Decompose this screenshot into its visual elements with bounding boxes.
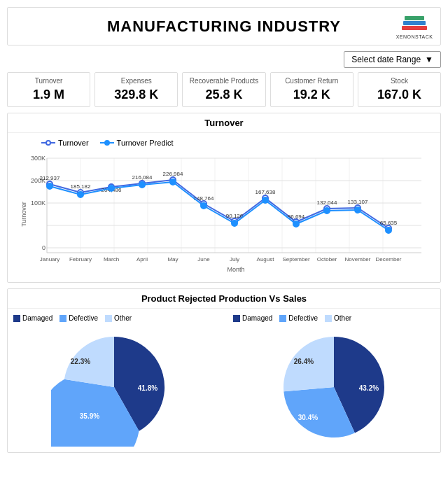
svg-text:November: November (345, 256, 371, 262)
svg-text:35.9%: 35.9% (80, 412, 99, 420)
kpi-recoverable-value: 25.8 K (188, 88, 259, 102)
page-title: MANUFACTURING INDUSTRY (51, 18, 397, 36)
chart-legend: Turnover Turnover Predict (13, 139, 435, 147)
logo: XENONSTACK (397, 13, 432, 39)
svg-text:41.8%: 41.8% (138, 384, 158, 392)
date-range-label: Select date Range (351, 55, 421, 64)
kpi-customer-return-value: 19.2 K (276, 88, 347, 102)
svg-rect-0 (402, 26, 427, 30)
svg-text:43.2%: 43.2% (359, 384, 379, 392)
kpi-customer-return: Customer Return 19.2 K (270, 72, 354, 107)
kpi-stock-label: Stock (364, 77, 435, 85)
svg-text:September: September (282, 256, 309, 262)
svg-point-54 (108, 186, 114, 191)
svg-point-59 (262, 197, 268, 203)
pie-right-section: Damaged Defective Other (227, 309, 440, 452)
svg-text:133,107: 133,107 (348, 199, 368, 205)
svg-text:March: March (104, 256, 119, 262)
svg-text:65,635: 65,635 (380, 220, 398, 226)
xenonstack-logo-icon (400, 13, 428, 33)
turnover-panel-title: Turnover (8, 113, 440, 133)
svg-text:0: 0 (42, 244, 46, 251)
svg-text:26.4%: 26.4% (294, 358, 314, 365)
svg-text:226,984: 226,984 (163, 171, 183, 177)
svg-point-6 (105, 141, 109, 145)
svg-rect-2 (405, 16, 424, 20)
pie-left-damaged-label: Damaged (22, 314, 52, 322)
pie-left-legend: Damaged Defective Other (13, 314, 215, 322)
svg-text:132,044: 132,044 (317, 200, 337, 206)
pie-left-legend-defective: Defective (59, 314, 98, 322)
logo-text: XENONSTACK (396, 34, 433, 39)
kpi-turnover: Turnover 1.9 M (7, 72, 90, 107)
svg-point-57 (201, 203, 206, 209)
rejected-panel: Product Rejected Production Vs Sales Dam… (7, 288, 441, 453)
legend-turnover: Turnover (41, 139, 89, 147)
svg-point-62 (355, 207, 360, 213)
pie-left-legend-other: Other (105, 314, 132, 322)
legend-turnover-label: Turnover (58, 139, 89, 147)
pie-right-legend-defective: Defective (279, 314, 318, 322)
svg-text:February: February (69, 256, 92, 262)
kpi-recoverable-label: Recoverable Products (188, 77, 259, 85)
pie-left-svg: 41.8% 35.9% 22.3% (51, 328, 177, 447)
svg-point-52 (47, 183, 52, 189)
rejected-panel-title: Product Rejected Production Vs Sales (8, 289, 440, 309)
legend-predict-label: Turnover Predict (117, 139, 174, 147)
pie-right-svg: 43.2% 30.4% 26.4% (271, 328, 397, 447)
svg-point-53 (78, 192, 83, 197)
legend-predict: Turnover Predict (100, 139, 174, 147)
svg-text:May: May (167, 256, 178, 262)
svg-text:300K: 300K (31, 155, 46, 162)
svg-point-4 (46, 141, 50, 145)
svg-text:185,182: 185,182 (71, 183, 91, 190)
date-range-button[interactable]: Select date Range ▼ (344, 51, 441, 68)
kpi-stock-value: 167.0 K (364, 88, 435, 102)
legend-predict-icon (100, 139, 114, 146)
svg-text:167,638: 167,638 (255, 189, 276, 195)
kpi-stock: Stock 167.0 K (358, 72, 441, 107)
date-range-arrow: ▼ (425, 55, 433, 64)
date-range-row: Select date Range ▼ (7, 51, 441, 68)
kpi-recoverable: Recoverable Products 25.8 K (182, 72, 265, 107)
kpi-expenses: Expenses 329.8 K (94, 72, 178, 107)
legend-turnover-icon (41, 139, 55, 146)
pie-left-other-label: Other (114, 314, 132, 322)
pie-right-defective-label: Defective (288, 314, 318, 322)
pie-right-chart: 43.2% 30.4% 26.4% (233, 328, 435, 447)
pie-left-section: Damaged Defective Other (8, 309, 220, 452)
svg-point-63 (386, 227, 391, 233)
kpi-turnover-label: Turnover (13, 77, 84, 85)
svg-point-60 (293, 221, 299, 227)
svg-text:30.4%: 30.4% (298, 414, 318, 421)
svg-text:100K: 100K (31, 200, 46, 206)
pie-right-legend: Damaged Defective Other (233, 314, 435, 322)
kpi-expenses-value: 329.8 K (101, 88, 172, 102)
svg-point-55 (139, 182, 145, 188)
defective-color-box (59, 315, 66, 322)
svg-text:212,937: 212,937 (40, 175, 60, 181)
svg-rect-1 (403, 21, 426, 25)
pie-right-other-label: Other (334, 314, 351, 322)
pie-right-damaged-label: Damaged (242, 314, 272, 322)
svg-text:22.3%: 22.3% (71, 358, 90, 365)
right-other-color-box (325, 315, 332, 322)
kpi-expenses-label: Expenses (101, 77, 172, 85)
pie-left-chart: 41.8% 35.9% 22.3% (13, 328, 215, 447)
svg-text:June: June (197, 256, 210, 262)
pie-left-defective-label: Defective (69, 314, 98, 322)
turnover-line-chart: Turnover 300K 200K 100K 0 (19, 151, 425, 274)
right-defective-color-box (279, 315, 286, 322)
svg-text:Month: Month (227, 266, 244, 273)
svg-point-61 (324, 208, 330, 214)
svg-text:August: August (257, 256, 275, 262)
right-damaged-color-box (233, 315, 240, 322)
svg-text:216,084: 216,084 (132, 174, 153, 181)
kpi-customer-return-label: Customer Return (276, 77, 347, 85)
pie-row: Damaged Defective Other (8, 309, 440, 452)
kpi-turnover-value: 1.9 M (13, 88, 84, 102)
svg-text:October: October (317, 256, 337, 262)
header: MANUFACTURING INDUSTRY XENONSTACK (7, 7, 441, 46)
damaged-color-box (13, 315, 20, 322)
other-color-box (105, 315, 112, 322)
